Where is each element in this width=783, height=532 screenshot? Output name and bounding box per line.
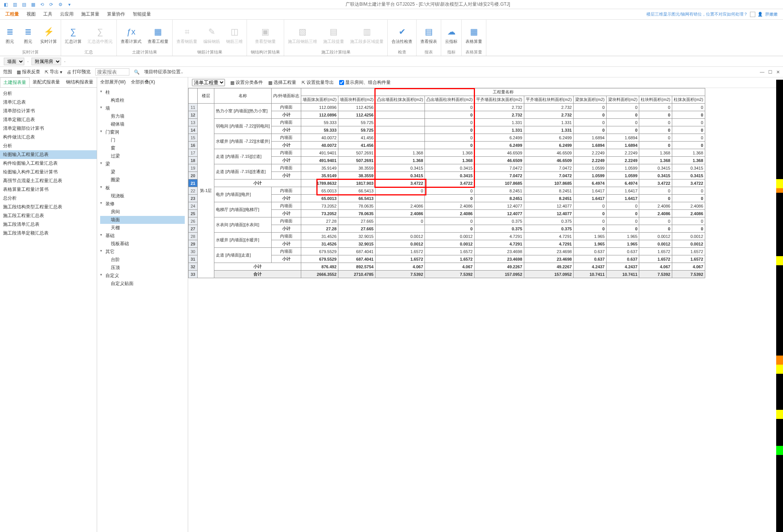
- tree-leaf[interactable]: 梁: [100, 168, 185, 176]
- tree-node[interactable]: 其它: [100, 248, 185, 256]
- report-item[interactable]: 绘图输入工程量汇总表: [0, 150, 97, 159]
- table-row[interactable]: 15水暖井 [内墙面 -7.22][水暖井]内墙面40.007241.45606…: [189, 134, 705, 142]
- tree-node[interactable]: 装修: [100, 200, 185, 208]
- table-row[interactable]: 28水暖井 [内墙面][水暖井]内墙面31.452632.90150.00120…: [189, 233, 705, 240]
- tree-leaf[interactable]: 台阶: [100, 256, 185, 264]
- tree-leaf[interactable]: 墙面: [100, 216, 185, 224]
- report-item[interactable]: 高强节点混凝土工程量汇总表: [0, 176, 97, 185]
- table-row[interactable]: 13弱电间 [内墙面 -7.22][弱电间]内墙面59.33359.72501.…: [189, 119, 705, 126]
- table-row[interactable]: 32小计876.492892.57544.0674.06749.226749.2…: [189, 263, 705, 271]
- report-table[interactable]: 楼层名称内/外墙面标志工程量名称墙面抹灰面积(m2)墙面块料面积(m2)凸出墙面…: [188, 88, 705, 278]
- report-backtrack-button[interactable]: ▦ 报表反查: [17, 69, 40, 75]
- help-hint[interactable]: 楼层三维显示图元/轴网有错位，位置不对应如何处理？ 👤 胖嫩嫩: [646, 11, 778, 17]
- ribbon-查看计算式[interactable]: ƒx查看计算式: [121, 27, 142, 44]
- report-item[interactable]: 清单定额汇总表: [0, 115, 97, 124]
- menu-tab-2[interactable]: 工具: [43, 11, 52, 17]
- export-button[interactable]: ⇱ 导出 ▾: [45, 69, 62, 75]
- tree-leaf[interactable]: 自定义贴面: [100, 280, 185, 288]
- menu-tab-6[interactable]: 智能提量: [133, 11, 151, 17]
- report-item[interactable]: 施工段清单定额汇总表: [0, 229, 97, 238]
- print-preview-button[interactable]: 🖨 打印预览: [67, 69, 91, 75]
- menu-tab-4[interactable]: 施工算量: [81, 11, 99, 17]
- tree-leaf[interactable]: 构造柱: [100, 96, 185, 104]
- ribbon-表格算量[interactable]: ▦表格算量: [465, 27, 482, 44]
- left-tab-0[interactable]: 土建报表量: [0, 77, 30, 87]
- report-item[interactable]: 构件做法汇总表: [0, 133, 97, 142]
- tb-icon-3[interactable]: ▦: [30, 2, 36, 7]
- collapse-all-button[interactable]: 全部折叠(X): [131, 79, 155, 85]
- left-tab-2[interactable]: 钢结构报表量: [63, 77, 96, 87]
- tree-leaf[interactable]: 筏板基础: [100, 240, 185, 248]
- report-item[interactable]: 施工段清单汇总表: [0, 220, 97, 229]
- report-item[interactable]: 施工段工程量汇总表: [0, 211, 97, 220]
- tree-leaf[interactable]: 房间: [100, 208, 185, 216]
- table-row[interactable]: 22电井 [内墙面][电井]内墙面65.001366.5413008.24518…: [189, 187, 705, 195]
- tree-node[interactable]: 基础: [100, 232, 185, 240]
- tree-node[interactable]: 墙: [100, 104, 185, 112]
- feature-pos-button[interactable]: 项目特征添加位置..: [144, 69, 183, 75]
- expand-all-button[interactable]: 全部展开(W): [100, 79, 126, 85]
- show-room-checkbox[interactable]: 显示房间、组合构件量: [339, 79, 391, 86]
- building-select[interactable]: 附属用房: [31, 58, 61, 65]
- report-item[interactable]: 施工段结构类型工程量汇总表: [0, 203, 97, 211]
- ribbon-图元[interactable]: ≣图元: [22, 27, 34, 44]
- left-tab-1[interactable]: 装配式报表量: [30, 77, 63, 87]
- select-qty-button[interactable]: ▦ 选择工程量: [268, 79, 296, 86]
- tree-node[interactable]: 板: [100, 184, 185, 192]
- table-row[interactable]: 30走道 [内墙面][走道]内墙面679.5529687.40411.65721…: [189, 248, 705, 255]
- panel-max-icon[interactable]: ☐: [768, 69, 772, 75]
- ribbon-实时计算[interactable]: ⚡实时计算: [40, 27, 57, 44]
- tree-node[interactable]: 门窗洞: [100, 128, 185, 136]
- report-item[interactable]: 清单汇总表: [0, 98, 97, 107]
- tree-leaf[interactable]: 砌体墙: [100, 120, 185, 128]
- menu-tab-3[interactable]: 云应用: [60, 11, 74, 17]
- ribbon-合法性检查[interactable]: ✔合法性检查: [392, 27, 412, 44]
- table-row[interactable]: 21小计1789.86321817.9033.47223.4722107.868…: [189, 179, 705, 187]
- report-item[interactable]: 构件绘图输入工程量汇总表: [0, 159, 97, 168]
- ribbon-云指标[interactable]: ☁云指标: [445, 27, 458, 44]
- tb-icon-4[interactable]: ⟲: [39, 2, 45, 7]
- panel-min-icon[interactable]: —: [760, 69, 764, 75]
- tb-icon-7[interactable]: ▾: [67, 2, 72, 7]
- scope-button[interactable]: 范围: [3, 69, 12, 75]
- menu-tab-1[interactable]: 视图: [27, 11, 36, 17]
- tree-leaf[interactable]: 过梁: [100, 152, 185, 160]
- help-search-icon[interactable]: [750, 12, 755, 17]
- tb-icon-2[interactable]: ▤: [21, 2, 27, 7]
- menu-tab-0[interactable]: 工程量: [5, 11, 19, 17]
- tb-icon-1[interactable]: ▥: [12, 2, 17, 7]
- panel-close-icon[interactable]: ✕: [776, 69, 780, 75]
- ribbon-查看工程量[interactable]: ▦查看工程量: [148, 27, 168, 44]
- tree-leaf[interactable]: 门: [100, 136, 185, 144]
- menu-tab-5[interactable]: 算量协作: [107, 11, 125, 17]
- report-search-input[interactable]: [95, 68, 129, 76]
- table-row[interactable]: 26水表间 [内墙面][水表间]内墙面27.2827.665000.3750.3…: [189, 217, 705, 225]
- table-row[interactable]: 17走道 [内墙面 -7.15][过道]内墙面491.9401507.26911…: [189, 149, 705, 157]
- tree-leaf[interactable]: 圈梁: [100, 176, 185, 184]
- table-row[interactable]: 33合计2666.35522710.47857.53927.5392157.09…: [189, 271, 705, 278]
- table-row[interactable]: 19走道 [内墙面 -7.15][连通道]内墙面35.914938.35590.…: [189, 164, 705, 172]
- report-item[interactable]: 总分析: [0, 194, 97, 203]
- report-item[interactable]: 清单部位计算书: [0, 107, 97, 115]
- tb-icon-5[interactable]: ⟳: [49, 2, 54, 7]
- tree-leaf[interactable]: 现浇板: [100, 192, 185, 200]
- report-item[interactable]: 分析: [0, 89, 97, 98]
- report-item[interactable]: 分析: [0, 142, 97, 150]
- qty-type-select[interactable]: 清单工程量: [192, 79, 225, 86]
- table-row[interactable]: 11第-1层热力小室 [内墙面][热力小室]内墙面112.0896112.425…: [189, 104, 705, 111]
- tree-node[interactable]: 梁: [100, 160, 185, 168]
- tree-leaf[interactable]: 压顶: [100, 264, 185, 272]
- tree-leaf[interactable]: 窗: [100, 144, 185, 152]
- table-row[interactable]: 24电梯厅 [内墙面][电梯厅]内墙面73.205278.06352.40862…: [189, 202, 705, 210]
- ribbon-汇总计算[interactable]: ∑汇总计算: [65, 27, 82, 44]
- report-item[interactable]: 绘图输入构件工程量计算书: [0, 168, 97, 176]
- tree-node[interactable]: 自定义: [100, 272, 185, 280]
- tree-leaf[interactable]: 天棚: [100, 224, 185, 232]
- ribbon-查看报表[interactable]: ▤查看报表: [420, 27, 437, 44]
- batch-export-button[interactable]: ⇱ 设置批量导出: [302, 79, 334, 86]
- set-category-button[interactable]: ▦ 设置分类条件: [230, 79, 263, 86]
- user-icon[interactable]: 👤: [758, 12, 763, 17]
- ribbon-图元[interactable]: ≣图元: [4, 27, 16, 44]
- report-item[interactable]: 清单定额部位计算书: [0, 124, 97, 133]
- report-item[interactable]: 表格算量工程量计算书: [0, 185, 97, 194]
